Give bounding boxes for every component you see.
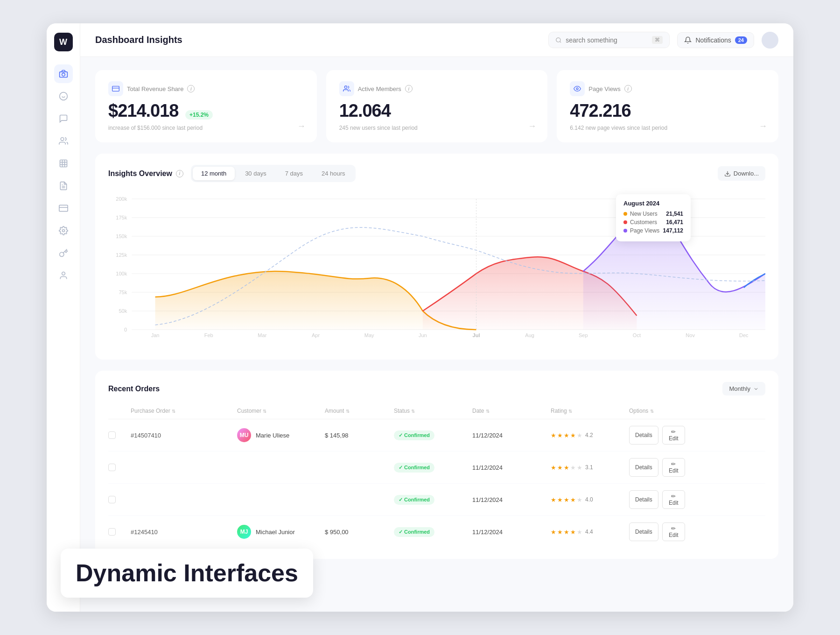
sidebar-item-user[interactable] xyxy=(54,266,73,285)
sidebar-item-wallet[interactable] xyxy=(54,199,73,218)
svg-point-5 xyxy=(61,138,64,141)
chart-tooltip: August 2024 New Users 21,541 Custome xyxy=(616,194,691,241)
row2-actions: Details ✏ Edit xyxy=(629,458,685,477)
row3-rating: ★★★★★ 4.0 xyxy=(551,496,625,503)
revenue-badge: +15.2% xyxy=(185,110,213,120)
col-status: Status ⇅ xyxy=(394,408,469,414)
svg-text:Apr: Apr xyxy=(312,332,320,338)
sidebar-item-group[interactable] xyxy=(54,132,73,150)
sidebar-item-camera[interactable] xyxy=(54,64,73,83)
row1-details-button[interactable]: Details xyxy=(629,426,658,444)
row3-edit-button[interactable]: ✏ Edit xyxy=(662,490,685,509)
user-avatar[interactable] xyxy=(762,32,778,49)
revenue-icon xyxy=(108,81,123,96)
svg-point-16 xyxy=(62,272,65,275)
chart-title: Insights Overview i xyxy=(108,169,183,178)
svg-text:Jul: Jul xyxy=(472,332,480,338)
stats-row: Total Revenue Share i $214.018 +15.2% in… xyxy=(95,70,778,142)
svg-text:100k: 100k xyxy=(116,271,127,276)
revenue-info-icon: i xyxy=(187,85,195,92)
chart-area: August 2024 New Users 21,541 Custome xyxy=(108,190,765,348)
row4-details-button[interactable]: Details xyxy=(629,522,658,541)
row1-date: 11/12/2024 xyxy=(472,432,547,439)
notifications-button[interactable]: Notifications 24 xyxy=(677,32,754,48)
row1-status: ✓ Confirmed xyxy=(394,430,469,440)
tooltip-row-newusers: New Users 21,541 xyxy=(623,211,683,217)
customers-dot xyxy=(623,220,627,224)
search-bar[interactable]: ⌘ xyxy=(548,32,670,48)
sidebar-item-settings[interactable] xyxy=(54,221,73,240)
row4-status: ✓ Confirmed xyxy=(394,527,469,537)
chart-tabs: 12 month 30 days 7 days 24 hours xyxy=(191,165,356,182)
row1-actions: Details ✏ Edit xyxy=(629,426,685,444)
row2-details-button[interactable]: Details xyxy=(629,458,658,477)
col-customer: Customer ⇅ xyxy=(237,408,321,414)
svg-text:Aug: Aug xyxy=(525,332,534,338)
row4-edit-button[interactable]: ✏ Edit xyxy=(662,522,685,541)
main-area: Dashboard Insights ⌘ Notifications 24 xyxy=(80,23,793,612)
revenue-arrow: → xyxy=(297,121,306,131)
table-row: #1245410 MJ Michael Junior $ 950,00 ✓ Co… xyxy=(108,516,765,548)
revenue-label: Total Revenue Share i xyxy=(108,81,304,96)
svg-point-21 xyxy=(344,86,347,88)
svg-text:Oct: Oct xyxy=(633,332,641,338)
row4-checkbox[interactable] xyxy=(108,528,116,536)
svg-point-2 xyxy=(59,92,67,100)
sidebar-item-message[interactable] xyxy=(54,176,73,195)
sidebar-item-chat[interactable] xyxy=(54,109,73,128)
monthly-button[interactable]: Monthly xyxy=(722,382,765,395)
svg-text:200k: 200k xyxy=(116,196,127,202)
sidebar-item-chart[interactable] xyxy=(54,154,73,173)
svg-text:150k: 150k xyxy=(116,233,127,239)
tab-12month[interactable]: 12 month xyxy=(193,167,235,180)
download-button[interactable]: Downlo... xyxy=(718,166,765,181)
members-info-icon: i xyxy=(405,85,413,92)
pageviews-value: 472.216 xyxy=(570,101,765,121)
row2-checkbox[interactable] xyxy=(108,464,116,471)
col-purchase-order: Purchase Order ⇅ xyxy=(131,408,233,414)
app-logo[interactable]: W xyxy=(54,33,73,51)
search-icon xyxy=(555,37,562,43)
sidebar-item-face[interactable] xyxy=(54,87,73,106)
row4-actions: Details ✏ Edit xyxy=(629,522,685,541)
svg-text:50k: 50k xyxy=(119,308,127,314)
row1-customer: MU Marie Uliese xyxy=(237,428,321,442)
sidebar: W xyxy=(47,23,80,612)
svg-point-15 xyxy=(62,230,64,232)
search-input[interactable] xyxy=(566,36,648,44)
chevron-down-icon xyxy=(753,386,759,392)
svg-point-1 xyxy=(62,73,65,76)
download-icon xyxy=(724,170,731,177)
col-amount: Amount ⇅ xyxy=(325,408,390,414)
svg-rect-6 xyxy=(60,160,67,167)
row1-order-id: #14507410 xyxy=(131,432,233,439)
page-title: Dashboard Insights xyxy=(95,35,541,45)
row2-edit-button[interactable]: ✏ Edit xyxy=(662,458,685,477)
row3-details-button[interactable]: Details xyxy=(629,490,658,509)
watermark: Dynamic Interfaces xyxy=(61,549,313,598)
row2-date: 11/12/2024 xyxy=(472,464,547,471)
svg-text:0: 0 xyxy=(124,327,127,332)
pageviews-icon xyxy=(570,81,585,96)
orders-title: Recent Orders xyxy=(108,385,160,393)
pageviews-card: Page Views i 472.216 6.142 new page view… xyxy=(557,70,778,142)
chart-info-icon: i xyxy=(176,170,183,177)
row3-date: 11/12/2024 xyxy=(472,496,547,503)
pageviews-sub: 6.142 new page views since last period xyxy=(570,125,765,131)
row1-edit-button[interactable]: ✏ Edit xyxy=(662,426,685,444)
sidebar-item-key[interactable] xyxy=(54,244,73,262)
tab-30days[interactable]: 30 days xyxy=(237,167,275,180)
table-row: ✓ Confirmed 11/12/2024 ★★★★★ 4.0 Details… xyxy=(108,484,765,516)
members-arrow: → xyxy=(528,121,536,131)
tab-24hours[interactable]: 24 hours xyxy=(313,167,354,180)
notifications-label: Notifications xyxy=(695,36,731,44)
revenue-card: Total Revenue Share i $214.018 +15.2% in… xyxy=(95,70,317,142)
newusers-dot xyxy=(623,212,627,216)
tooltip-row-pageviews: Page Views 147,112 xyxy=(623,227,683,234)
row1-checkbox[interactable] xyxy=(108,431,116,439)
row3-checkbox[interactable] xyxy=(108,496,116,503)
svg-text:Mar: Mar xyxy=(258,332,266,338)
table-header: Purchase Order ⇅ Customer ⇅ Amount ⇅ Sta… xyxy=(108,403,765,419)
row2-rating: ★★★★★ 3.1 xyxy=(551,464,625,471)
tab-7days[interactable]: 7 days xyxy=(277,167,311,180)
